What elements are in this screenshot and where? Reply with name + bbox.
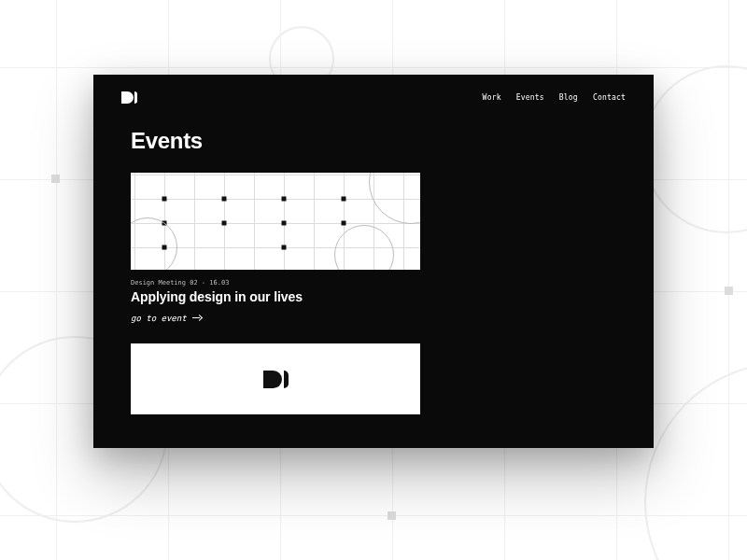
nav-contact[interactable]: Contact (593, 93, 626, 102)
event-card-illustration[interactable] (131, 173, 420, 270)
card-grid (131, 173, 420, 270)
arrow-right-icon (192, 315, 202, 321)
nav-blog[interactable]: Blog (559, 93, 578, 102)
go-to-event-link[interactable]: go to event (131, 314, 202, 323)
event-title: Applying design in our lives (131, 289, 420, 304)
nav-work[interactable]: Work (483, 93, 501, 102)
logo-dark-icon (263, 371, 289, 388)
site-header: Work Events Blog Contact (93, 75, 654, 104)
cta-label: go to event (131, 314, 187, 323)
event-item: Design Meeting 02 - 16.03 Applying desig… (131, 173, 420, 414)
logo-d-icon (121, 91, 134, 104)
event-meta: Design Meeting 02 - 16.03 (131, 279, 420, 287)
deco-square (51, 175, 60, 183)
event-card-logo[interactable] (131, 343, 420, 414)
nav: Work Events Blog Contact (483, 93, 626, 102)
logo[interactable] (121, 91, 137, 104)
logo-arc-icon (134, 91, 137, 104)
site-window: Work Events Blog Contact Events (93, 75, 654, 448)
deco-square (388, 511, 396, 520)
page-title: Events (93, 104, 654, 167)
deco-square (725, 287, 733, 295)
nav-events[interactable]: Events (516, 93, 544, 102)
